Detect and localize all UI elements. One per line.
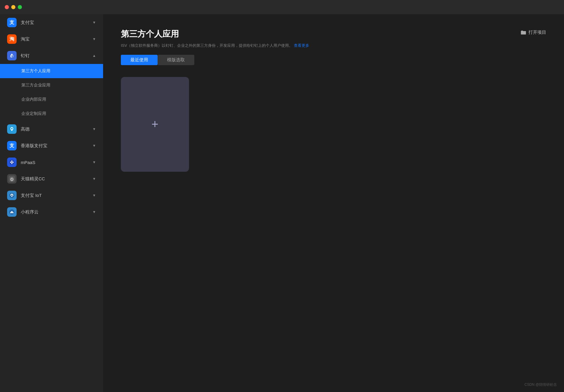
chevron-mini-cloud: ▼ bbox=[92, 210, 96, 214]
sidebar-item-alipay[interactable]: 支 支付宝 ▼ bbox=[0, 14, 103, 31]
mini-cloud-icon bbox=[7, 207, 17, 217]
chevron-alipay-iot: ▼ bbox=[92, 193, 96, 197]
chevron-tmall: ▼ bbox=[92, 177, 96, 181]
sub-item-third-personal[interactable]: 第三方个人应用 bbox=[0, 64, 103, 78]
footer-note: CSDN @陪情研砼念 bbox=[524, 382, 557, 387]
sidebar-item-taobao[interactable]: 淘 淘宝 ▼ bbox=[0, 31, 103, 47]
svg-point-10 bbox=[11, 178, 12, 179]
sub-item-third-enterprise[interactable]: 第三方企业应用 bbox=[0, 78, 103, 92]
open-project-button[interactable]: 打开项目 bbox=[521, 30, 546, 35]
mpaas-icon bbox=[7, 158, 17, 167]
sidebar-item-dingtalk[interactable]: 钉钉 ▲ bbox=[0, 47, 103, 64]
sub-item-label: 第三方企业应用 bbox=[21, 83, 50, 88]
chevron-dingtalk: ▲ bbox=[92, 54, 96, 58]
sidebar-item-hk-alipay[interactable]: 支 香港版支付宝 ▼ bbox=[0, 137, 103, 154]
svg-point-1 bbox=[11, 128, 13, 129]
sidebar-item-alipay-iot[interactable]: 支付宝 IoT ▼ bbox=[0, 187, 103, 204]
sidebar-label-mpaas: mPaaS bbox=[21, 160, 90, 165]
titlebar bbox=[0, 0, 564, 14]
hk-alipay-icon: 支 bbox=[7, 141, 17, 150]
add-new-app-card[interactable]: + bbox=[121, 77, 189, 172]
svg-point-4 bbox=[11, 160, 12, 162]
alipay-iot-icon bbox=[7, 191, 17, 200]
sub-item-label: 第三方个人应用 bbox=[21, 68, 50, 74]
sidebar-item-mini-cloud[interactable]: 小程序云 ▼ bbox=[0, 204, 103, 220]
sidebar-label-alipay: 支付宝 bbox=[21, 20, 90, 25]
tab-recent[interactable]: 最近使用 bbox=[121, 55, 158, 65]
chevron-mpaas: ▼ bbox=[92, 160, 96, 164]
learn-more-link[interactable]: 查看更多 bbox=[294, 43, 309, 48]
dingtalk-icon bbox=[7, 51, 17, 60]
minimize-button[interactable] bbox=[11, 5, 15, 9]
taobao-icon: 淘 bbox=[7, 34, 17, 44]
main-layout: 支 支付宝 ▼ 淘 淘宝 ▼ 钉钉 ▲ 第三方个人应用 bbox=[0, 14, 564, 392]
chevron-hk-alipay: ▼ bbox=[92, 144, 96, 148]
tab-template[interactable]: 模版选取 bbox=[158, 55, 194, 65]
add-icon: + bbox=[151, 118, 158, 131]
sub-item-custom[interactable]: 企业定制应用 bbox=[0, 107, 103, 121]
folder-icon bbox=[521, 30, 526, 35]
svg-point-6 bbox=[11, 163, 12, 164]
open-project-label: 打开项目 bbox=[528, 30, 546, 35]
sidebar-label-gaode: 高德 bbox=[21, 126, 90, 132]
sidebar-label-tmall: 天猫精灵CC bbox=[21, 176, 90, 182]
sidebar-label-alipay-iot: 支付宝 IoT bbox=[21, 193, 90, 198]
tabs-container: 最近使用 模版选取 bbox=[121, 55, 546, 65]
sidebar-label-dingtalk: 钉钉 bbox=[21, 53, 90, 59]
page-description: ISV（独立软件服务商）以钉钉、企业之外的第三方身份，开发应用，提供给钉钉上的个… bbox=[121, 43, 309, 49]
maximize-button[interactable] bbox=[18, 5, 22, 9]
svg-point-11 bbox=[9, 193, 15, 198]
chevron-taobao: ▼ bbox=[92, 37, 96, 41]
sidebar-label-taobao: 淘宝 bbox=[21, 36, 90, 42]
sidebar-label-hk-alipay: 香港版支付宝 bbox=[21, 143, 90, 149]
sidebar-item-gaode[interactable]: 高德 ▼ bbox=[0, 121, 103, 137]
sidebar-item-tmall[interactable]: 天猫精灵CC ▼ bbox=[0, 171, 103, 187]
alipay-icon: 支 bbox=[7, 18, 17, 27]
gaode-icon bbox=[7, 124, 17, 134]
content-header: 第三方个人应用 ISV（独立软件服务商）以钉钉、企业之外的第三方身份，开发应用，… bbox=[121, 28, 546, 49]
sub-item-label: 企业定制应用 bbox=[21, 111, 46, 116]
svg-point-2 bbox=[9, 160, 15, 165]
cards-grid: + bbox=[121, 77, 546, 172]
content-area: 第三方个人应用 ISV（独立软件服务商）以钉钉、企业之外的第三方身份，开发应用，… bbox=[103, 14, 564, 392]
chevron-alipay: ▼ bbox=[92, 20, 96, 25]
svg-point-12 bbox=[11, 196, 12, 197]
page-title: 第三方个人应用 bbox=[121, 28, 309, 40]
traffic-lights bbox=[5, 5, 22, 9]
sub-item-internal[interactable]: 企业内部应用 bbox=[0, 92, 103, 107]
sub-item-label: 企业内部应用 bbox=[21, 97, 46, 102]
sidebar-label-mini-cloud: 小程序云 bbox=[21, 209, 90, 215]
tmall-icon bbox=[7, 174, 17, 184]
close-button[interactable] bbox=[5, 5, 9, 9]
sidebar-item-mpaas[interactable]: mPaaS ▼ bbox=[0, 154, 103, 171]
chevron-gaode: ▼ bbox=[92, 127, 96, 131]
sidebar: 支 支付宝 ▼ 淘 淘宝 ▼ 钉钉 ▲ 第三方个人应用 bbox=[0, 14, 103, 392]
header-left: 第三方个人应用 ISV（独立软件服务商）以钉钉、企业之外的第三方身份，开发应用，… bbox=[121, 28, 309, 49]
